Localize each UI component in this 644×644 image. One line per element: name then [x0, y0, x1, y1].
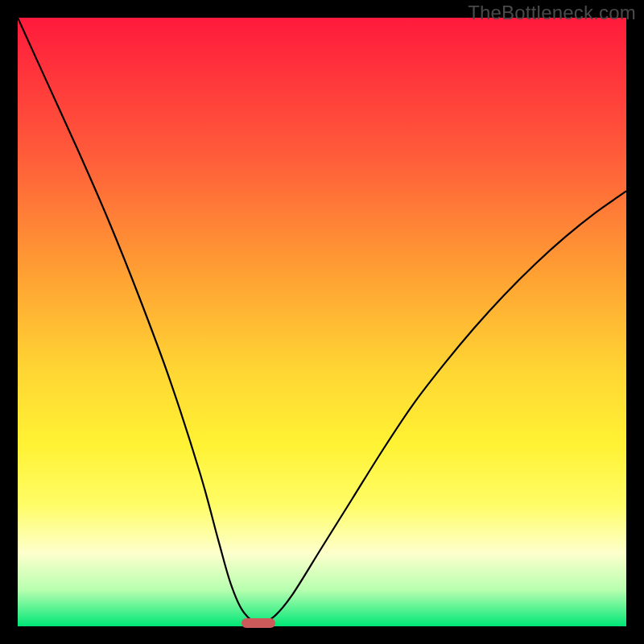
watermark-text: TheBottleneck.com [468, 2, 636, 24]
optimal-point-marker [242, 618, 275, 628]
bottleneck-curve [18, 18, 626, 626]
